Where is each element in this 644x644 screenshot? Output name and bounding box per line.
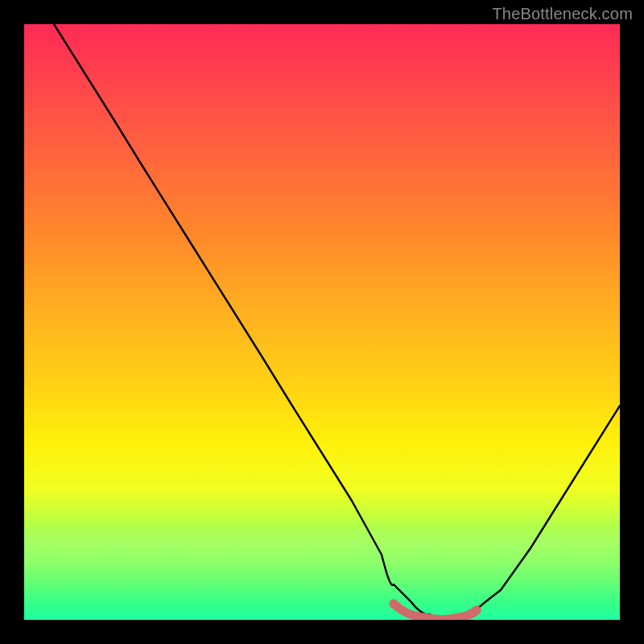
attribution-text: TheBottleneck.com (492, 5, 633, 23)
chart-frame: TheBottleneck.com (0, 0, 644, 644)
bottleneck-curve (24, 24, 620, 620)
